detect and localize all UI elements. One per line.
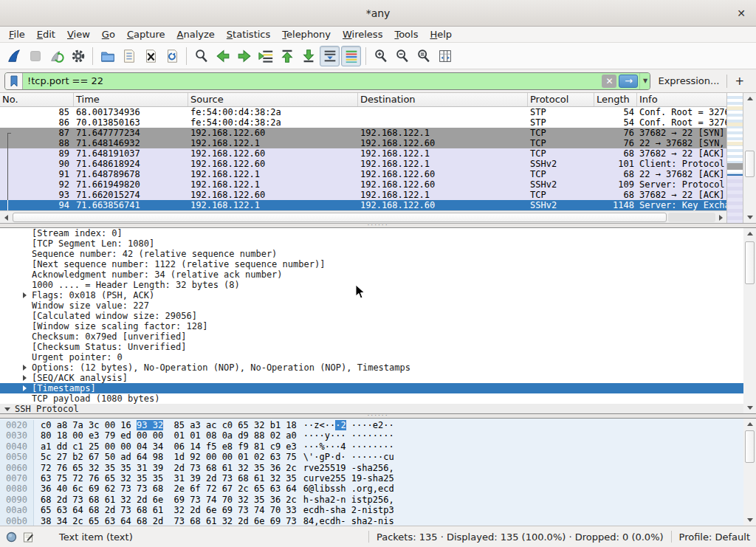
hex-ascii[interactable]: ····y··· ········ [303,430,394,441]
hex-ascii[interactable]: ··z<···2 ····e2·· [303,420,394,430]
packet-detail-line[interactable]: Flags: 0x018 (PSH, ACK) [0,290,743,300]
menu-wireless[interactable]: Wireless [337,27,388,41]
hex-bytes[interactable]: 80 18 00 e3 79 ed 00 00 01 01 08 0a d9 8… [41,430,297,441]
hex-row[interactable]: 008036 40 6c 69 62 73 73 68 2e 6f 72 67 … [0,484,743,494]
hex-row[interactable]: 006072 76 65 32 35 35 31 39 2d 73 68 61 … [0,463,743,473]
packet-row[interactable]: 9271.661949820192.168.122.1192.168.122.6… [0,179,726,190]
hex-row[interactable]: 00b038 34 2c 65 63 64 68 2d 73 68 61 32 … [0,516,743,526]
hex-bytes[interactable]: 65 63 64 68 2d 73 68 61 32 2d 6e 69 73 7… [41,505,297,515]
menu-edit[interactable]: Edit [31,27,61,41]
packet-detail-line[interactable]: Options: (12 bytes), No-Operation (NOP),… [0,362,743,373]
packet-row[interactable]: 9471.663856741192.168.122.1192.168.122.6… [0,200,726,210]
scroll-up-arrow[interactable] [743,228,756,239]
zoom-out-button[interactable] [392,46,412,66]
hex-row[interactable]: 00a065 63 64 68 2d 73 68 61 32 2d 6e 69 … [0,505,743,515]
filter-clear-button[interactable]: ✕ [602,75,616,88]
filter-history-dropdown[interactable]: ▼ [639,73,650,89]
hex-bytes[interactable]: 36 40 6c 69 62 73 73 68 2e 6f 72 67 2c 6… [41,484,297,494]
menu-view[interactable]: View [61,27,96,41]
column-header-length[interactable]: Length [594,93,637,106]
filter-bookmark-button[interactable] [5,73,23,89]
menu-help[interactable]: Help [424,27,458,41]
packet-detail-line[interactable]: [Timestamps] [0,383,743,393]
stop-capture-button[interactable] [25,46,45,66]
packet-detail-line[interactable]: 1000 .... = Header Length: 32 bytes (8) [0,280,743,290]
save-file-button[interactable] [119,46,139,66]
find-packet-button[interactable] [191,46,211,66]
go-back-button[interactable] [213,46,233,66]
packet-row[interactable]: 8871.648146932192.168.122.1192.168.122.6… [0,138,726,148]
menu-file[interactable]: File [3,27,31,41]
hex-row[interactable]: 0040a1 dd c1 25 00 00 04 34 06 14 f5 e8 … [0,441,743,452]
packet-detail-line[interactable]: [SEQ/ACK analysis] [0,373,743,383]
menu-statistics[interactable]: Statistics [221,27,276,41]
packet-list-vscrollbar[interactable] [743,93,756,223]
reload-file-button[interactable] [162,46,182,66]
expert-info-icon[interactable] [6,531,17,543]
scroll-down-arrow[interactable] [743,402,756,413]
packet-list-hscrollbar[interactable] [0,210,726,223]
packet-row[interactable]: 8971.648191037192.168.122.60192.168.122.… [0,148,726,159]
packet-row[interactable]: 8771.647777234192.168.122.60192.168.122.… [0,128,726,138]
menu-go[interactable]: Go [96,27,121,41]
collapsed-arrow-icon[interactable] [20,365,29,371]
resize-columns-button[interactable] [435,46,455,66]
packet-detail-line[interactable]: Sequence number: 42 (relative sequence n… [0,249,743,259]
hex-ascii[interactable]: \'·gP·d· ······cu [303,452,394,462]
close-window-button[interactable]: ✕ [734,6,749,21]
hex-ascii[interactable]: ecdh-sha 2-nistp3 [303,505,394,515]
filter-apply-button[interactable]: → [619,75,638,88]
vscroll-thumb[interactable] [745,241,755,284]
add-filter-button[interactable]: + [727,75,752,88]
hscroll-thumb[interactable] [13,213,667,222]
hex-bytes[interactable]: 72 76 65 32 35 35 31 39 2d 73 68 61 32 3… [41,463,297,473]
hex-bytes[interactable]: 68 2d 73 68 61 32 2d 6e 69 73 74 70 32 3… [41,495,297,505]
packet-detail-line[interactable]: [Stream index: 0] [0,228,743,238]
menu-telephony[interactable]: Telephony [276,27,337,41]
hex-ascii[interactable]: 6@libssh .org,ecd [303,484,394,494]
column-header-no[interactable]: No. [0,93,74,106]
vscroll-thumb[interactable] [745,151,755,177]
display-filter-input[interactable] [23,73,602,89]
menu-analyze[interactable]: Analyze [171,27,221,41]
vscroll-thumb[interactable] [745,430,755,463]
open-file-button[interactable] [97,46,117,66]
packet-detail-line[interactable]: [TCP Segment Len: 1080] [0,238,743,249]
hex-ascii[interactable]: h-sha2-n istp256, [303,495,394,505]
menu-tools[interactable]: Tools [388,27,424,41]
collapsed-arrow-icon[interactable] [20,292,29,298]
go-to-packet-button[interactable] [255,46,275,66]
packet-row[interactable]: 9071.648618924192.168.122.60192.168.122.… [0,159,726,169]
hex-ascii[interactable]: 84,ecdh- sha2-nis [303,516,394,526]
zoom-original-button[interactable] [413,46,433,66]
packet-detail-line[interactable]: [Calculated window size: 29056] [0,311,743,321]
column-header-time[interactable]: Time [74,93,188,106]
packet-row[interactable]: 8670.013850163fe:54:00:d4:38:2aSTP54Conf… [0,117,726,128]
go-first-packet-button[interactable] [277,46,297,66]
packet-detail-line[interactable]: SSH Protocol [0,404,743,413]
hex-ascii[interactable]: curve255 19-sha25 [303,473,394,484]
packet-detail-line[interactable]: [Next sequence number: 1122 (relative se… [0,259,743,269]
packet-detail-line[interactable]: [Window size scaling factor: 128] [0,321,743,331]
hex-ascii[interactable]: rve25519 -sha256, [303,463,394,473]
hex-row[interactable]: 007063 75 72 76 65 32 35 35 31 39 2d 73 … [0,473,743,484]
expression-button[interactable]: Expression... [650,75,726,86]
scroll-down-arrow[interactable] [743,515,756,526]
intelligent-scrollbar-minimap[interactable] [727,93,743,223]
scroll-right-arrow[interactable] [715,211,726,223]
hex-bytes[interactable]: a1 dd c1 25 00 00 04 34 06 14 f5 e8 f9 8… [41,441,297,452]
packet-detail-line[interactable]: TCP payload (1080 bytes) [0,393,743,404]
capture-comment-icon[interactable] [23,531,34,543]
auto-scroll-button[interactable] [320,46,340,66]
hex-ascii[interactable]: ···%···4 ········ [303,441,394,452]
hscroll-track[interactable] [668,213,715,222]
hex-bytes[interactable]: 5c 27 b2 67 50 ad 64 98 1d 92 00 00 01 0… [41,452,297,462]
scroll-left-arrow[interactable] [0,211,12,223]
colorize-packets-button[interactable] [341,46,361,66]
packet-detail-line[interactable]: Urgent pointer: 0 [0,352,743,362]
capture-options-button[interactable] [68,46,88,66]
column-header-destination[interactable]: Destination [358,93,528,106]
profile-text[interactable]: Profile: Default [679,531,750,543]
packet-row[interactable]: 8568.001734936fe:54:00:d4:38:2aSTP54Conf… [0,107,726,117]
packet-row[interactable]: 9371.662015274192.168.122.60192.168.122.… [0,190,726,200]
